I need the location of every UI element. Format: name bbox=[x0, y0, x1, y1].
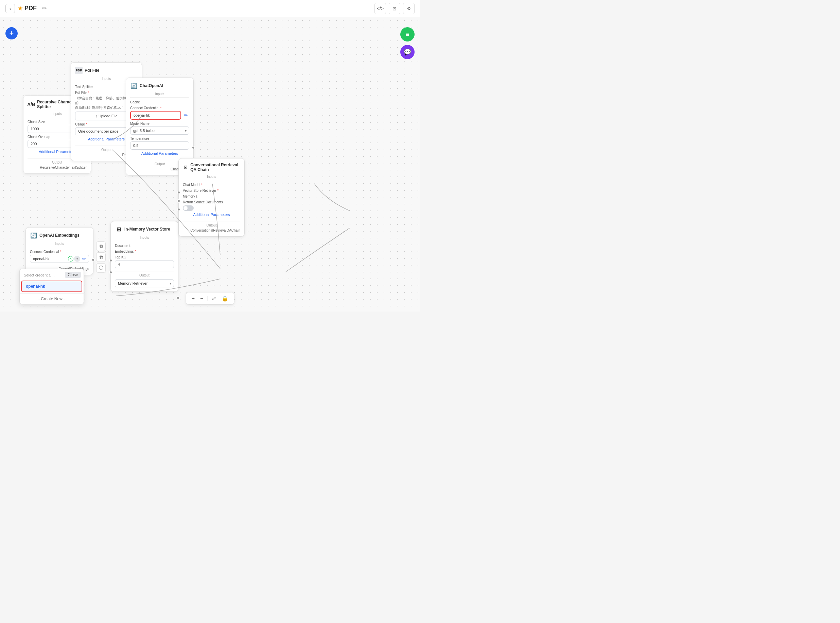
port-right-chatopenai bbox=[192, 146, 195, 149]
qa-memory-label: Memory ℹ bbox=[183, 195, 240, 198]
conversational-qa-node: ⊡ Conversational Retrieval QA Chain Inpu… bbox=[178, 158, 245, 237]
star-icon: ★ bbox=[18, 5, 23, 12]
openai-embeddings-node: 🔄 OpenAI Embeddings Inputs Connect Crede… bbox=[26, 227, 93, 275]
vector-icon: ⊞ bbox=[115, 226, 122, 233]
chat-cred-row: ✏ bbox=[130, 111, 189, 120]
embeddings-title: OpenAI Embeddings bbox=[40, 233, 80, 238]
vector-title: In-Memory Vector Store bbox=[124, 227, 170, 232]
temperature-label: Temperature bbox=[130, 137, 189, 140]
app-name: PDF bbox=[24, 5, 37, 12]
memory-retriever-wrap: Memory Retriever bbox=[115, 279, 174, 287]
vector-doc-label: Document bbox=[115, 244, 174, 247]
zoom-in-btn[interactable]: + bbox=[190, 295, 196, 302]
embeddings-inputs-label: Inputs bbox=[30, 242, 89, 247]
canvas: + ≡ 💬 A/B Recursive Character Text Split… bbox=[0, 17, 420, 312]
topbar-right: </> ⊡ ⚙ bbox=[375, 3, 415, 14]
return-docs-label: Return Source Documents bbox=[183, 200, 240, 204]
text-splitter-icon: A/B bbox=[28, 101, 35, 108]
cred-edit-btn[interactable]: ✏ bbox=[81, 255, 88, 262]
model-select[interactable]: gpt-3.5-turbo bbox=[130, 126, 189, 135]
qa-output-value: ConversationalRetrievalQAChain bbox=[183, 229, 240, 232]
chat-openai-inputs-label: Inputs bbox=[130, 92, 189, 98]
openai-icon: 🔄 bbox=[130, 82, 138, 89]
credential-dropdown: Select credential... Close openai-hk - C… bbox=[19, 269, 84, 304]
chat-cache-label: Cache bbox=[130, 100, 189, 104]
qa-output-label: Output bbox=[183, 221, 240, 227]
fab-right: ≡ 💬 bbox=[400, 27, 415, 59]
settings-button[interactable]: ⚙ bbox=[403, 3, 415, 14]
qa-inputs-label: Inputs bbox=[183, 175, 240, 180]
embeddings-icon: 🔄 bbox=[30, 232, 37, 239]
chat-openai-title: ChatOpenAI bbox=[140, 83, 163, 88]
port-left-qa-chat bbox=[177, 191, 181, 194]
qa-chat-model-label: Chat Model * bbox=[183, 183, 240, 187]
cred-clear-btn[interactable]: ✕ bbox=[68, 256, 73, 261]
return-docs-toggle[interactable] bbox=[183, 206, 194, 211]
vector-header: ⊞ In-Memory Vector Store bbox=[115, 226, 174, 233]
canvas-toolbar: + − ⤢ 🔒 bbox=[186, 292, 234, 305]
vector-embed-label: Embeddings * bbox=[115, 250, 174, 253]
chat-cred-input[interactable] bbox=[130, 111, 181, 120]
app-title: ★ PDF bbox=[18, 5, 37, 12]
in-memory-vector-node: ⊞ In-Memory Vector Store Inputs Document… bbox=[110, 221, 178, 292]
port-right-embeddings bbox=[92, 258, 95, 261]
pdf-header: PDF Pdf File bbox=[75, 67, 138, 74]
embeddings-cred-label: Connect Credential * bbox=[30, 250, 89, 254]
vector-inputs-label: Inputs bbox=[115, 236, 174, 241]
model-select-wrap: gpt-3.5-turbo bbox=[130, 126, 189, 135]
delete-node-btn[interactable]: 🗑 bbox=[96, 252, 106, 262]
recursive-output-value: RecursiveCharacterTextSplitter bbox=[28, 166, 87, 169]
code-button[interactable]: </> bbox=[375, 3, 386, 14]
qa-icon: ⊡ bbox=[183, 164, 188, 171]
add-node-button[interactable]: + bbox=[5, 27, 18, 40]
memory-retriever-select[interactable]: Memory Retriever bbox=[115, 279, 174, 287]
port-left-qa-vector bbox=[177, 199, 181, 203]
port-left-vector-doc bbox=[109, 259, 112, 262]
qa-title: Conversational Retrieval QA Chain bbox=[190, 163, 240, 172]
topbar: ‹ ★ PDF ✏ </> ⊡ ⚙ bbox=[0, 0, 420, 17]
pdf-icon: PDF bbox=[75, 67, 83, 74]
edit-button[interactable]: ✏ bbox=[40, 4, 49, 13]
copy-node-btn[interactable]: ⧉ bbox=[96, 241, 106, 251]
dropdown-create-new[interactable]: - Create New - bbox=[20, 293, 84, 304]
model-name-label: Model Name bbox=[130, 122, 189, 126]
top-k-label: Top K ℹ bbox=[115, 255, 174, 259]
temperature-input[interactable] bbox=[130, 141, 189, 150]
embeddings-header: 🔄 OpenAI Embeddings bbox=[30, 232, 89, 239]
dropdown-close-btn[interactable]: Close bbox=[65, 272, 81, 278]
dropdown-hint: Select credential... bbox=[24, 273, 55, 277]
chat-openai-header: 🔄 ChatOpenAI bbox=[130, 82, 189, 89]
qa-header: ⊡ Conversational Retrieval QA Chain bbox=[183, 163, 240, 172]
back-button[interactable]: ‹ bbox=[5, 4, 15, 13]
qa-vector-label: Vector Store Retriever * bbox=[183, 189, 240, 192]
port-left-vector-embed bbox=[109, 271, 112, 274]
node-actions: ⧉ 🗑 ⓘ bbox=[96, 241, 106, 273]
dropdown-item-openai-hk[interactable]: openai-hk bbox=[21, 281, 82, 292]
port-right-vector bbox=[176, 296, 180, 299]
chat-cred-label: Connect Credential * bbox=[130, 106, 189, 110]
toolbar-divider bbox=[207, 296, 208, 301]
topbar-left: ‹ ★ PDF ✏ bbox=[5, 4, 49, 13]
cred-icons: ✕ ▾ ✏ bbox=[68, 255, 88, 262]
zoom-out-btn[interactable]: − bbox=[199, 295, 205, 302]
vector-output-label: Output bbox=[115, 271, 174, 277]
fit-btn[interactable]: ⤢ bbox=[210, 295, 217, 302]
upload-icon: ↑ bbox=[95, 114, 97, 118]
embeddings-cred-wrap: ✕ ▾ ✏ bbox=[30, 255, 89, 263]
qa-params-btn[interactable]: Additional Parameters bbox=[183, 211, 240, 218]
port-left-qa-memory bbox=[177, 208, 181, 211]
lock-btn[interactable]: 🔒 bbox=[220, 295, 230, 302]
cred-dropdown-btn[interactable]: ▾ bbox=[74, 256, 80, 262]
flow-button[interactable]: ≡ bbox=[400, 27, 415, 41]
chat-openai-params-btn[interactable]: Additional Parameters bbox=[130, 150, 189, 157]
top-k-input[interactable] bbox=[115, 260, 174, 268]
info-node-btn[interactable]: ⓘ bbox=[96, 263, 106, 273]
pdf-title: Pdf File bbox=[85, 68, 99, 73]
return-docs-toggle-wrap bbox=[183, 206, 240, 211]
save-button[interactable]: ⊡ bbox=[389, 3, 400, 14]
chat-button[interactable]: 💬 bbox=[400, 45, 415, 59]
edit-cred-btn[interactable]: ✏ bbox=[182, 112, 189, 119]
